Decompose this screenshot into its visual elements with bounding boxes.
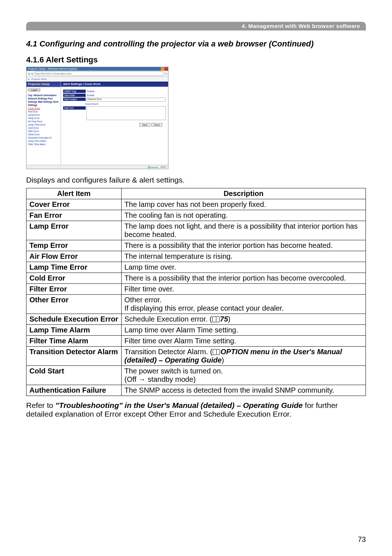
footnote: Refer to "Troubleshooting" in the User's… [26,401,366,418]
tab-label: Projector Setup [32,78,46,80]
snmp-trap-label: SNMP Trap [63,90,86,93]
close-icon [164,67,168,71]
sidebar-schedule-error: Schedule Execution Er [28,136,59,139]
table-row: Lamp Time ErrorLamp time over. [26,262,366,273]
sidebar-lamptime-alarm: Lamp Time Alarm [28,139,59,143]
sidebar-lamptime-error: Lamp Time Error [28,123,59,126]
alert-item-cell: Lamp Time Alarm [26,325,122,336]
alert-desc-cell: The lamp cover has not been properly fix… [121,199,366,210]
table-row: Lamp ErrorThe lamp does not light, and t… [26,221,366,240]
table-row: Schedule Execution ErrorSchedule Executi… [26,314,366,325]
sidebar-airflow-error: Air Flow Error [28,120,59,123]
table-row: Fan ErrorThe cooling fan is not operatin… [26,210,366,221]
snmp-trap-value: Enable [86,90,96,93]
alert-desc-cell: Lamp time over Alarm Time setting. [121,325,366,336]
sidebar-other-error: Other Error [28,133,59,136]
sidebar-mail-settings: Mail Settings [38,101,52,103]
back-icon: ◄ [28,73,30,75]
alert-item-cell: Air Flow Error [26,251,122,262]
alert-desc-cell: The internal temperature is rising. [121,251,366,262]
search-box: 🔍 [164,73,167,75]
forward-icon: ► [31,73,34,75]
alert-desc-cell: Lamp time over. [121,262,366,273]
alert-desc-cell: The power switch is turned on.(Off → sta… [121,366,366,385]
form: SNMP TrapEnable Send MailEnable Mail Sub… [61,87,168,130]
page-number: 73 [358,535,366,544]
alert-desc-cell: Other error.If displaying this error, pl… [121,295,366,314]
logoff-button: Logoff [28,89,40,91]
alert-item-cell: Filter Time Alarm [26,336,122,347]
alert-item-cell: Transition Detector Alarm [26,347,122,366]
window-buttons [157,67,168,71]
status-bar: 🌐 Internet 100% [26,165,168,169]
table-row: Cover ErrorThe lamp cover has not been p… [26,199,366,210]
send-mail-value: Enable [86,94,96,97]
manual-icon [212,316,220,322]
table-row: Filter ErrorFilter time over. [26,284,366,295]
alert-desc-cell: The cooling fan is not operating. [121,210,366,221]
alert-item-cell: Cover Error [26,199,122,210]
alert-item-cell: Cold Error [26,273,122,284]
table-row: Air Flow ErrorThe internal temperature i… [26,251,366,262]
maximize-icon [161,67,164,71]
alert-desc-cell: There is a possibility that the interior… [121,273,366,284]
window-titlebar: Projector Setup - Windows Internet Explo… [26,67,168,71]
sidebar-fan-error: Fan Error [28,110,59,113]
alert-item-cell: Filter Error [26,284,122,295]
cover-error-text: Cover Error!! [83,102,100,106]
table-row: Cold ErrorThere is a possibility that th… [26,273,366,284]
alert-desc-cell: There is a possibility that the interior… [121,240,366,251]
alert-desc-cell: The lamp does not light, and there is a … [121,221,366,240]
reset-button: Reset [151,123,162,127]
minimize-icon [157,67,161,71]
browser-tabs: ★ Projector Setup [26,77,168,82]
alert-item-cell: Lamp Error [26,221,122,240]
manual-icon [213,349,220,355]
th-description: Description [121,188,366,199]
apply-button: Apply [139,123,150,127]
table-row: Other ErrorOther error.If displaying thi… [26,295,366,314]
sidebar-header: Projector Setup [26,82,61,87]
section-title: 4.1 Configuring and controlling the proj… [26,39,366,49]
sidebar-filter-error: Filter Error [28,130,59,133]
sidebar-cold-error: Cold Error [28,126,59,130]
internet-icon: 🌐 Internet [148,166,158,168]
alert-item-cell: Cold Start [26,366,122,385]
alert-desc-cell: Schedule Execution error. (75) [121,314,366,325]
sidebar-temp-error: Temp Error [28,116,59,120]
alert-item-cell: Schedule Execution Error [26,314,122,325]
screenshot: Projector Setup - Windows Internet Explo… [26,67,168,169]
alert-desc-cell: Filter time over Alarm Time setting. [121,336,366,347]
address-bar: ◄ ► http://XXX.XXX.X.X/index/alarm.html … [26,71,168,77]
sidebar-network-settings: Network Settings [28,97,47,100]
url-field: http://XXX.XXX.X.X/index/alarm.html [35,71,163,76]
alert-desc-cell: Transition Detector Alarm. (OPTION menu … [121,347,366,366]
favorite-icon: ★ [28,78,29,81]
alert-item-cell: Other Error [26,295,122,314]
alert-desc-cell: The SNMP access is detected from the inv… [121,385,366,396]
table-row: Transition Detector AlarmTransition Dete… [26,347,366,366]
send-mail-label: Send Mail [63,94,86,97]
mail-subject-input: Projector Error [86,98,166,102]
caption: Displays and configures failure & alert … [26,176,366,184]
main-header: Alert Settings / Cover Error [61,82,168,87]
alert-item-cell: Authentication Failure [26,385,122,396]
table-row: Authentication FailureThe SNMP access is… [26,385,366,396]
mail-text-input [86,106,166,120]
chapter-header: 4. Management with Web browser software [26,22,366,30]
zoom-level: 100% [160,166,166,168]
main-pane: Alert Settings / Cover Error SNMP TrapEn… [61,82,168,166]
sidebar-links: Top: Network Information Network Setting… [26,93,61,147]
alert-item-cell: Temp Error [26,240,122,251]
sidebar-top: Top: [28,94,33,97]
mail-subject-label: Mail Subject [63,98,86,101]
mail-text-label: Mail Text [63,106,86,110]
sidebar-filtertime-alarm: Filter Time Alarm [28,143,59,146]
table-row: Temp ErrorThere is a possibility that th… [26,240,366,251]
th-alert-item: Alert Item [26,188,122,199]
table-row: Cold StartThe power switch is turned on.… [26,366,366,385]
sidebar-cover-error: Cover Error [28,107,59,110]
sidebar: Projector Setup Logoff Top: Network Info… [26,82,61,166]
alert-desc-cell: Filter time over. [121,284,366,295]
table-row: Filter Time AlarmFilter time over Alarm … [26,336,366,347]
